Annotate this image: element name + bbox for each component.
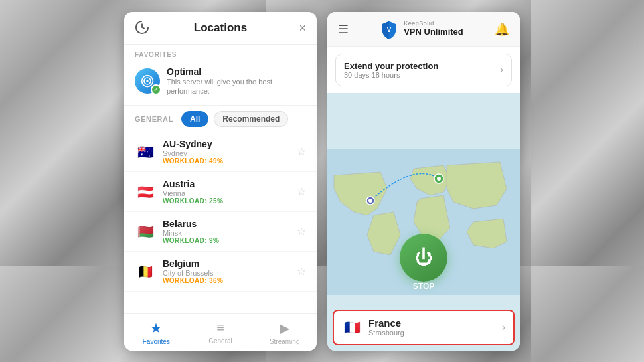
locations-header: Locations × [124, 12, 317, 45]
list-item[interactable]: 🇧🇾 Belarus Minsk WORKLOAD: 9% ☆ [124, 212, 317, 252]
optimal-icon: ✓ [135, 68, 160, 94]
speed-icon [135, 20, 151, 36]
close-button[interactable]: × [299, 22, 306, 34]
locations-panel: Locations × FAVORITES ✓ [124, 12, 317, 351]
france-chevron-icon: › [502, 321, 505, 333]
france-flag: 🇫🇷 [342, 317, 362, 337]
extend-title: Extend your protection [344, 61, 438, 71]
favorites-icon: ★ [150, 320, 162, 336]
vpn-header: ☰ V KeepSolid VPN Unlimited 🔔 [327, 12, 520, 47]
location-list: 🇦🇺 AU-Sydney Sydney WORKLOAD: 49% ☆ 🇦🇹 A… [124, 132, 317, 312]
stop-label: STOP [413, 282, 434, 291]
location-info-at: Austria Vienna WORKLOAD: 25% [163, 179, 290, 205]
recommended-filter-button[interactable]: Recommended [214, 111, 288, 127]
location-info-by: Belarus Minsk WORKLOAD: 9% [163, 219, 290, 244]
star-icon[interactable]: ☆ [297, 225, 306, 238]
nav-item-general[interactable]: ≡ General [189, 314, 253, 351]
general-icon: ≡ [216, 320, 224, 335]
power-section: ⏻ STOP [400, 234, 447, 291]
nav-item-streaming[interactable]: ▶ Streaming [252, 314, 317, 351]
star-icon[interactable]: ☆ [297, 265, 306, 278]
location-city: City of Brussels [163, 269, 290, 277]
france-info: France Strasbourg [368, 317, 404, 337]
hamburger-icon[interactable]: ☰ [338, 22, 349, 37]
location-city: Vienna [163, 189, 290, 197]
location-name: Belgium [163, 258, 290, 269]
svg-point-6 [368, 199, 372, 203]
nav-item-favorites[interactable]: ★ Favorites [124, 314, 189, 351]
brand-text: KeepSolid VPN Unlimited [404, 21, 463, 37]
location-city: Sydney [163, 149, 290, 157]
location-info-be: Belgium City of Brussels WORKLOAD: 36% [163, 258, 290, 284]
general-label: GENERAL [135, 115, 173, 123]
location-workload: WORKLOAD: 49% [163, 157, 290, 165]
optimal-row[interactable]: ✓ Optimal This server will give you the … [135, 64, 306, 102]
location-name: Austria [163, 179, 290, 189]
flag-by: 🇧🇾 [135, 221, 156, 242]
list-item[interactable]: 🇦🇹 Austria Vienna WORKLOAD: 25% ☆ [124, 172, 317, 212]
nav-label-general: General [208, 337, 232, 345]
list-item[interactable]: 🇦🇺 AU-Sydney Sydney WORKLOAD: 49% ☆ [124, 132, 317, 172]
list-item[interactable]: 🇧🇪 Belgium City of Brussels WORKLOAD: 36… [124, 252, 317, 292]
flag-au: 🇦🇺 [135, 141, 156, 163]
flag-at: 🇦🇹 [135, 181, 156, 203]
nav-label-streaming: Streaming [270, 338, 300, 345]
location-info-au: AU-Sydney Sydney WORKLOAD: 49% [163, 139, 290, 165]
vpn-logo: V [380, 20, 398, 39]
streaming-icon: ▶ [280, 320, 289, 336]
power-icon: ⏻ [414, 246, 433, 268]
location-workload: WORKLOAD: 9% [163, 237, 290, 244]
optimal-check-icon: ✓ [151, 84, 161, 95]
nav-label-favorites: Favorites [143, 338, 170, 345]
optimal-name: Optimal [167, 66, 306, 77]
bottom-nav: ★ Favorites ≡ General ▶ Streaming [124, 313, 317, 351]
extend-chevron-icon: › [500, 64, 503, 76]
star-icon[interactable]: ☆ [297, 185, 306, 198]
france-left: 🇫🇷 France Strasbourg [342, 317, 404, 337]
france-city: Strasbourg [368, 329, 404, 337]
favorites-label: FAVORITES [135, 51, 306, 58]
panels-container: Locations × FAVORITES ✓ [124, 12, 520, 351]
brand-name: VPN Unlimited [404, 27, 463, 37]
location-workload: WORKLOAD: 36% [163, 277, 290, 284]
location-workload: WORKLOAD: 25% [163, 197, 290, 205]
bell-icon[interactable]: 🔔 [495, 22, 509, 37]
stop-button[interactable]: ⏻ [400, 234, 447, 282]
location-city: Minsk [163, 229, 290, 237]
brand-area: V KeepSolid VPN Unlimited [380, 20, 463, 39]
flag-be: 🇧🇪 [135, 261, 156, 282]
extend-time: 30 days 18 hours [344, 71, 438, 79]
panel-title: Locations [194, 21, 247, 35]
france-name: France [368, 317, 404, 329]
optimal-text: Optimal This server will give you the be… [167, 66, 306, 96]
svg-point-2 [146, 80, 148, 82]
extend-text: Extend your protection 30 days 18 hours [344, 61, 438, 79]
svg-point-8 [437, 177, 441, 181]
france-selected-row[interactable]: 🇫🇷 France Strasbourg › [333, 310, 515, 345]
location-name: Belarus [163, 219, 290, 229]
svg-text:V: V [387, 25, 392, 33]
location-name: AU-Sydney [163, 139, 290, 149]
all-filter-button[interactable]: All [181, 111, 208, 127]
extend-banner[interactable]: Extend your protection 30 days 18 hours … [335, 54, 512, 86]
favorites-section: FAVORITES ✓ Optimal This serve [124, 45, 317, 106]
vpn-panel: ☰ V KeepSolid VPN Unlimited 🔔 Extend you… [327, 12, 520, 351]
filter-row: GENERAL All Recommended [124, 105, 317, 132]
star-icon[interactable]: ☆ [297, 145, 306, 158]
optimal-description: This server will give you the best perfo… [167, 77, 306, 96]
